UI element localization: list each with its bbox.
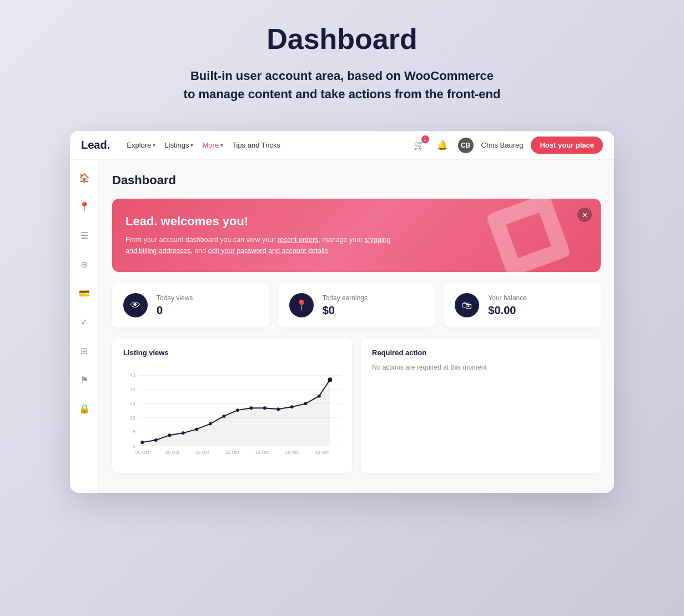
svg-point-14: [168, 433, 171, 437]
svg-point-22: [276, 407, 280, 411]
sidebar-messages[interactable]: ☰: [76, 226, 93, 244]
sidebar-home[interactable]: 🏠: [76, 169, 93, 186]
svg-point-15: [182, 431, 185, 435]
deco-shape: [486, 199, 571, 272]
svg-text:06 Oct: 06 Oct: [135, 450, 149, 456]
today-views-value: 0: [157, 304, 193, 317]
banner-text: From your account dashboard you can view…: [125, 234, 392, 256]
welcome-banner: Lead. welcomes you! From your account da…: [112, 199, 601, 272]
location-icon: 📍: [289, 293, 314, 317]
svg-text:8: 8: [133, 429, 135, 435]
page-title: Dashboard: [266, 22, 418, 55]
page-subtitle: Built-in user account area, based on Woo…: [184, 67, 501, 103]
action-title: Required action: [372, 349, 590, 357]
banner-close-button[interactable]: ✕: [577, 208, 592, 222]
today-views-info: Today views 0: [157, 294, 193, 317]
today-earnings-value: $0: [323, 304, 368, 317]
cart-icon[interactable]: 🛒 1: [411, 138, 427, 153]
svg-point-13: [154, 438, 158, 442]
svg-point-25: [318, 395, 321, 398]
svg-point-19: [236, 408, 239, 412]
logo: Lead.: [81, 139, 110, 152]
today-earnings-label: Today earnings: [323, 294, 368, 302]
listing-chart: 0 8 16 24 32 40: [123, 363, 341, 463]
svg-text:40: 40: [130, 372, 135, 378]
svg-text:0: 0: [133, 443, 135, 449]
stats-row: 👁 Today views 0 📍 Today earnings $0 🛍: [112, 283, 601, 327]
nav-explore[interactable]: Explore ▾: [127, 141, 155, 149]
sidebar-check[interactable]: ✓: [76, 313, 93, 331]
action-message: No actions are required at this moment: [372, 363, 590, 371]
nav-links: Explore ▾ Listings ▾ More ▾ Tips and Tri…: [127, 141, 280, 149]
svg-text:16: 16: [130, 415, 135, 421]
svg-point-12: [140, 441, 144, 444]
required-action-card: Required action No actions are required …: [361, 339, 601, 473]
user-avatar: CB: [458, 138, 474, 153]
svg-text:18 Oct: 18 Oct: [315, 450, 329, 456]
cart-badge: 1: [421, 135, 429, 143]
today-earnings-info: Today earnings $0: [323, 294, 368, 317]
dashboard-title: Dashboard: [112, 173, 601, 188]
svg-text:08 Oct: 08 Oct: [165, 450, 179, 456]
svg-point-20: [249, 406, 253, 410]
recent-orders-link[interactable]: recent orders: [278, 236, 319, 244]
sidebar-table[interactable]: ⊞: [76, 342, 93, 360]
svg-text:32: 32: [130, 387, 135, 392]
sidebar-location[interactable]: 📍: [76, 198, 93, 215]
banner-decoration: [479, 199, 579, 272]
user-name[interactable]: Chris Baureg: [481, 141, 524, 149]
today-earnings-card: 📍 Today earnings $0: [278, 283, 435, 327]
chart-area: 0 8 16 24 32 40: [123, 363, 341, 463]
balance-label: Your balance: [488, 294, 527, 302]
svg-text:16 Oct: 16 Oct: [285, 450, 299, 456]
sidebar-wallet[interactable]: 💳: [76, 284, 93, 302]
svg-point-21: [263, 406, 266, 410]
sidebar-lock[interactable]: 🔒: [76, 400, 93, 417]
bottom-row: Listing views 0 8: [112, 339, 601, 473]
main-layout: 🏠 📍 ☰ ⊕ 💳 ✓ ⊞ ⚑ 🔒 Dashboard Lead. welcom…: [70, 160, 614, 493]
balance-info: Your balance $0.00: [488, 294, 527, 317]
eye-icon: 👁: [123, 293, 148, 317]
top-nav: Lead. Explore ▾ Listings ▾ More ▾ Tips a…: [70, 131, 614, 160]
today-views-card: 👁 Today views 0: [112, 283, 269, 327]
svg-point-18: [222, 415, 225, 418]
host-button[interactable]: Host your place: [531, 137, 603, 154]
nav-more[interactable]: More ▾: [202, 141, 223, 149]
nav-tips[interactable]: Tips and Tricks: [232, 141, 280, 149]
bag-icon: 🛍: [455, 293, 479, 317]
svg-text:10 Oct: 10 Oct: [195, 450, 209, 456]
nav-listings[interactable]: Listings ▾: [164, 141, 193, 149]
svg-point-17: [209, 422, 212, 426]
svg-point-24: [304, 402, 307, 405]
sidebar: 🏠 📍 ☰ ⊕ 💳 ✓ ⊞ ⚑ 🔒: [70, 160, 99, 493]
password-link[interactable]: edit your password and account details: [208, 247, 328, 255]
balance-card: 🛍 Your balance $0.00: [444, 283, 601, 327]
chart-title: Listing views: [123, 349, 341, 357]
svg-point-23: [290, 405, 294, 408]
bell-icon[interactable]: 🔔: [435, 138, 450, 153]
balance-value: $0.00: [488, 304, 527, 317]
browser-window: Lead. Explore ▾ Listings ▾ More ▾ Tips a…: [70, 131, 614, 493]
svg-text:24: 24: [130, 401, 135, 406]
svg-point-26: [328, 377, 332, 382]
svg-point-16: [195, 427, 198, 431]
svg-text:12 Oct: 12 Oct: [225, 450, 239, 456]
today-views-label: Today views: [157, 294, 193, 302]
svg-text:14 Oct: 14 Oct: [255, 450, 269, 456]
sidebar-add[interactable]: ⊕: [76, 255, 93, 273]
dashboard-content: Dashboard Lead. welcomes you! From your …: [99, 160, 614, 493]
sidebar-alert[interactable]: ⚑: [76, 371, 93, 388]
nav-right: 🛒 1 🔔 CB Chris Baureg Host your place: [411, 137, 603, 154]
chart-card: Listing views 0 8: [112, 339, 352, 473]
